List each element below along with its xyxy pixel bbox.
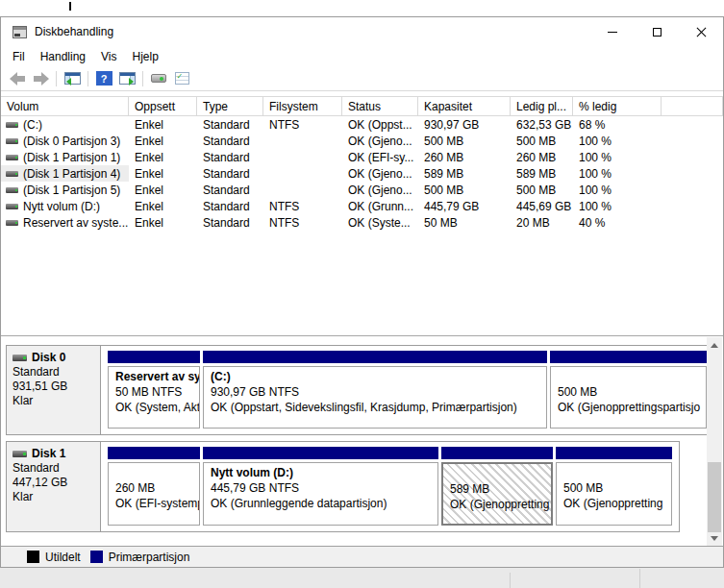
window-controls [590,17,723,46]
legend-item-primary: Primærpartisjon [90,551,190,564]
properties-button[interactable] [170,68,193,89]
maximize-icon [653,28,662,37]
menu-vis[interactable]: Vis [93,48,124,65]
partition-color-bar [108,447,200,459]
volume-name: (Disk 0 Partisjon 3) [23,135,120,148]
partition-color-bar [441,447,553,459]
table-row[interactable]: Nytt volum (D:) Enkel Standard NTFS OK (… [1,198,723,214]
window-title: Diskbehandling [35,25,113,38]
table-row[interactable]: (Disk 1 Partisjon 1) Enkel Standard OK (… [1,149,723,165]
disk0-partition-recovery[interactable]: 500 MB OK (Gjenopprettingspartisjo [550,346,707,434]
disk1-partition-efi[interactable]: 260 MB OK (EFI-systempa [108,442,200,531]
maximize-button[interactable] [635,17,679,46]
partition-color-bar [108,351,200,363]
text-cursor-artifact [69,2,71,11]
scrollbar-thumb[interactable] [708,462,721,532]
minimize-button[interactable] [590,17,635,46]
scroll-up-button[interactable] [707,337,722,353]
vertical-scrollbar[interactable] [707,337,722,546]
minimize-icon [608,32,617,33]
disk0-type: Standard [12,365,94,380]
disk0-partition-c[interactable]: (C:) 930,97 GB NTFS OK (Oppstart, Sideve… [203,346,547,434]
table-row[interactable]: (C:) Enkel Standard NTFS OK (Oppst... 93… [1,116,723,133]
menu-fil[interactable]: Fil [5,48,33,65]
legend-label-unallocated: Utildelt [45,551,81,564]
toolbar-separator [142,71,143,86]
close-button[interactable] [679,17,723,46]
disk1-label[interactable]: Disk 1 Standard 447,12 GB Klar [7,442,101,531]
disk1-partition-recovery-500[interactable]: 500 MB OK (Gjenoppretting [556,442,672,531]
menu-handling[interactable]: Handling [33,48,93,65]
rescan-disks-icon [151,74,166,83]
col-status[interactable]: Status [342,97,418,115]
disk1-size: 447,12 GB [12,476,94,490]
volume-icon [6,204,18,209]
background-artifact-line [510,573,511,588]
disk0-label[interactable]: Disk 0 Standard 931,51 GB Klar [7,346,101,434]
toolbar-separator [87,71,88,86]
col-ledig[interactable]: Ledig pl... [511,97,573,115]
col-volum[interactable]: Volum [1,97,129,115]
col-type[interactable]: Type [197,97,263,115]
console-tree-icon [64,72,81,85]
header-filler [662,97,723,115]
background-artifact-line [639,569,640,588]
show-action-pane-button[interactable] [115,68,138,89]
col-kapasitet[interactable]: Kapasitet [418,97,511,115]
disk0-name: Disk 0 [32,351,65,365]
col-filsystem[interactable]: Filsystem [263,97,342,115]
table-row-selected[interactable]: (Disk 1 Partisjon 4) Enkel Standard OK (… [1,165,723,182]
disk0-row: Disk 0 Standard 931,51 GB Klar Reservert… [6,345,708,435]
close-icon [696,27,707,37]
volume-icon [6,155,18,160]
legend-swatch-unallocated [27,551,39,563]
help-icon: ? [96,71,112,86]
volume-name: (Disk 1 Partisjon 1) [23,151,120,164]
title-bar[interactable]: Diskbehandling [1,17,723,46]
rescan-disks-button[interactable] [147,68,170,89]
col-oppsett[interactable]: Oppsett [129,97,197,115]
partition-color-bar [203,351,547,363]
toolbar-separator [56,71,57,86]
volume-list-pane: Volum Oppsett Type Filsystem Status Kapa… [1,91,723,335]
table-row[interactable]: Reservert av syste... Enkel Standard NTF… [1,214,723,231]
screen: Diskbehandling Fil Handling Vis Hjelp [0,0,724,588]
desktop-background [0,568,724,588]
disk1-partition-d[interactable]: Nytt volum (D:) 445,79 GB NTFS OK (Grunn… [203,442,438,531]
volume-name: Reservert av syste... [23,216,128,230]
disk1-partition-recovery-589-selected[interactable]: 589 MB OK (Gjenoppretting [441,442,553,531]
back-icon [9,72,27,86]
disk-icon [12,451,27,457]
volume-name: (Disk 1 Partisjon 5) [23,184,120,197]
table-row[interactable]: (Disk 1 Partisjon 5) Enkel Standard OK (… [1,182,723,198]
disk-management-window: Diskbehandling Fil Handling Vis Hjelp [0,16,724,568]
legend-bar: Utildelt Primærpartisjon [1,546,723,567]
volume-icon [6,220,18,226]
forward-button[interactable] [29,68,52,89]
volume-icon [6,187,18,193]
back-button[interactable] [6,68,29,89]
menu-hjelp[interactable]: Hjelp [125,48,166,65]
help-button[interactable]: ? [92,68,115,89]
disk-icon [12,355,27,361]
scroll-down-button[interactable] [707,530,722,546]
disk1-type: Standard [12,461,94,476]
graphical-view-pane: Disk 0 Standard 931,51 GB Klar Reservert… [1,337,723,546]
volume-icon [6,122,18,128]
partition-color-bar [556,447,672,459]
partition-color-bar [550,351,707,363]
chevron-down-icon [711,536,718,541]
show-console-tree-button[interactable] [61,68,84,89]
action-pane-icon [119,72,136,85]
col-pct-ledig[interactable]: % ledig [573,97,662,115]
table-row[interactable]: (Disk 0 Partisjon 3) Enkel Standard OK (… [1,133,723,149]
disk0-partition-reserved[interactable]: Reservert av sy 50 MB NTFS OK (System, A… [108,346,200,434]
disk0-status: Klar [12,394,94,408]
volume-list-header: Volum Oppsett Type Filsystem Status Kapa… [1,96,723,116]
volume-name: Nytt volum (D:) [23,200,100,213]
chevron-up-icon [711,343,718,348]
toolbar: ? [1,66,723,91]
legend-swatch-primary [90,551,103,563]
properties-icon [175,72,189,85]
app-icon[interactable] [12,26,27,38]
